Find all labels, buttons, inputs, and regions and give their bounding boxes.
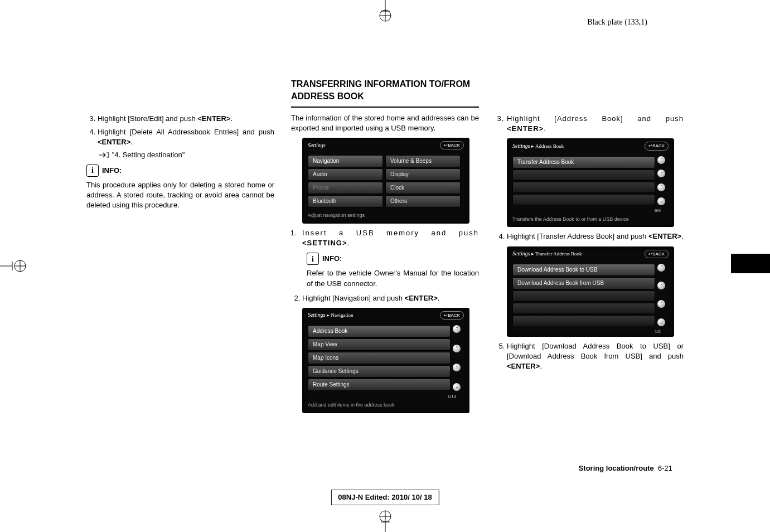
c3-step-5: Highlight [Download Address Book to USB]… (507, 341, 684, 372)
scroll-down-icon: ˅ (453, 364, 461, 371)
info-paragraph: This procedure applies only for deleting… (86, 180, 274, 211)
shot-title: Settings (512, 143, 530, 149)
reference-icon (98, 152, 110, 158)
text: Insert a USB memory and push (302, 229, 479, 237)
enter-text: <ENTER> (648, 232, 681, 240)
text: . (130, 138, 133, 146)
scroll-up2-icon: ˄ (453, 345, 461, 352)
column-middle: TRANSFERRING INFORMATION TO/FROM ADDRESS… (291, 78, 479, 418)
c2-step-1: Insert a USB memory and push <SETTING>. (302, 228, 479, 248)
section-heading: TRANSFERRING INFORMATION TO/FROM ADDRESS… (291, 78, 479, 108)
nav-row: Address Book (308, 325, 451, 337)
text: . (540, 362, 542, 370)
text: Highlight [Store/Edit] and push (98, 114, 197, 123)
enter-text: <ENTER> (197, 114, 230, 123)
scroll-up-icon: ⌃ (657, 264, 665, 272)
nav-row: Bluetooth (308, 195, 383, 207)
screenshot-transfer-address-book: Settings ▸ Transfer Address Book ↩BACK D… (507, 246, 674, 337)
edit-stamp: 08NJ-N Edited: 2010/ 10/ 18 (331, 490, 439, 505)
empty-row (512, 194, 655, 205)
section-label: Storing location/route (579, 464, 654, 472)
enter-text: <ENTER> (405, 294, 438, 302)
text: Highlight [Address Book] and push (507, 114, 684, 123)
info-label: INFO: (102, 166, 122, 176)
text: Highlight [Transfer Address Book] and pu… (507, 232, 648, 240)
shot-page: 6/6 (507, 207, 674, 214)
crop-mark-left (0, 255, 33, 277)
breadcrumb: ▸ Transfer Address Book (531, 251, 582, 257)
text: Highlight [Download Address Book to USB]… (507, 342, 684, 360)
text: Highlight [Delete All Addressbook Entrie… (98, 128, 274, 136)
column-left: Highlight [Store/Edit] and push <ENTER>.… (86, 78, 274, 418)
text: . (544, 124, 546, 133)
nav-row: Download Address Book from USB (512, 277, 655, 289)
breadcrumb: ▸ Navigation (327, 312, 353, 318)
nav-row: Route Settings (308, 379, 451, 391)
back-button: ↩BACK (645, 142, 669, 150)
back-button: ↩BACK (440, 311, 464, 320)
empty-row (512, 315, 655, 326)
empty-row (512, 170, 655, 181)
nav-row: Others (385, 195, 461, 207)
screenshot-navigation: Settings ▸ Navigation ↩BACK Address Book… (302, 308, 469, 413)
crop-mark-bottom (374, 510, 396, 532)
nav-row: Audio (308, 168, 383, 181)
c2-step-2: Highlight [Navigation] and push <ENTER>. (302, 293, 479, 303)
reference-text: "4. Setting destination" (112, 151, 185, 159)
c1-step-4: Highlight [Delete All Addressbook Entrie… (98, 127, 274, 160)
column-right: Highlight [Address Book] and push <ENTER… (496, 78, 684, 418)
nav-row: Clock (385, 182, 461, 194)
page-footer-right: Storing location/route 6-21 (579, 463, 672, 473)
screenshot-address-book: Settings ▸ Address Book ↩BACK Transfer A… (507, 138, 674, 227)
text: . (681, 232, 684, 240)
scroll-up-icon: ⌃ (657, 156, 665, 164)
enter-text: <ENTER> (507, 124, 544, 133)
black-side-tab (731, 254, 770, 273)
text: Highlight [Navigation] and push (302, 294, 405, 302)
scroll-up-icon: ⌃ (453, 325, 461, 333)
nav-row: Map Icons (308, 352, 451, 364)
nav-row: Download Address Book to USB (512, 264, 655, 276)
shot-page: 1/13 (302, 393, 469, 399)
crop-mark-top (374, 0, 396, 22)
nav-row: Guidance Settings (308, 365, 451, 378)
shot-title: Settings (308, 142, 326, 149)
shot-page: 1/2 (507, 328, 674, 335)
shot-footer: Add and edit items in the address book (302, 399, 469, 411)
text: . (347, 239, 350, 247)
shot-title: Settings (512, 250, 530, 257)
empty-row (512, 291, 655, 302)
setting-text: <SETTING> (302, 239, 347, 247)
shot-title: Settings (308, 312, 326, 318)
scroll-up2-icon: ˄ (657, 282, 665, 289)
back-button: ↩BACK (645, 250, 669, 258)
c3-step-3: Highlight [Address Book] and push <ENTER… (507, 114, 684, 134)
scroll-down-icon: ˅ (657, 300, 665, 308)
info-icon: i (307, 253, 319, 265)
scroll-down2-icon: ⌄ (453, 383, 461, 391)
c1-step-3: Highlight [Store/Edit] and push <ENTER>. (98, 114, 274, 124)
screenshot-settings: Settings ↩BACK Navigation Audio Phone Bl… (302, 138, 469, 224)
empty-row (512, 303, 655, 314)
shot-footer: Transfers the Address Book to or from a … (507, 214, 674, 225)
nav-row: Map View (308, 338, 451, 351)
nav-row: Transfer Address Book (512, 156, 655, 168)
enter-text: <ENTER> (98, 138, 130, 146)
nav-row: Phone (308, 182, 383, 194)
nav-row: Volume & Beeps (385, 155, 461, 167)
info-icon: i (86, 165, 99, 177)
text: . (230, 114, 233, 123)
page-number: 6-21 (658, 464, 672, 472)
plate-header: Black plate (133,1) (587, 17, 647, 28)
info-paragraph: Refer to the vehicle Owner's Manual for … (307, 268, 479, 288)
nav-row: Navigation (308, 155, 383, 167)
back-button: ↩BACK (440, 141, 464, 149)
intro-paragraph: The information of the stored home and a… (291, 113, 479, 133)
enter-text: <ENTER> (507, 362, 540, 370)
text: . (438, 294, 440, 302)
scroll-down2-icon: ⌄ (657, 197, 665, 205)
scroll-down-icon: ˅ (657, 183, 665, 191)
info-label: INFO: (322, 254, 342, 264)
scroll-down2-icon: ⌄ (657, 318, 665, 326)
scroll-up2-icon: ˄ (657, 170, 665, 177)
